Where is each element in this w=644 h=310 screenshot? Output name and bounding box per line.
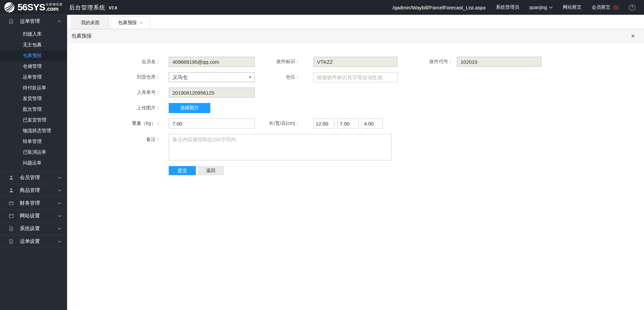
height-field[interactable] — [362, 118, 383, 128]
user-menu[interactable]: quanjing — [529, 5, 553, 10]
sidebar-section-system-settings: 系统设置 — [0, 222, 67, 235]
sidebar-item-system-settings[interactable]: 系统设置 — [0, 222, 67, 235]
tab-label: 我的桌面 — [81, 20, 100, 26]
sidebar-section-waybill-management: 运单管理扫描入库无主包裹包裹预报仓储管理运单管理待付款运单发货管理批次管理已发货… — [0, 15, 67, 171]
recipient-mark-field[interactable] — [313, 57, 397, 67]
site-messages-link[interactable]: 网站留言 — [563, 4, 582, 10]
document-icon — [9, 226, 14, 231]
inbound-number-field[interactable] — [169, 88, 255, 98]
sidebar-item-member-management[interactable]: 会员管理 — [0, 171, 67, 184]
sidebar-section-website-settings: 网站设置 — [0, 210, 67, 222]
sidebar-item-shipping-management[interactable]: 发货管理 — [0, 93, 67, 104]
user-role: 系统管理员 — [496, 4, 519, 10]
tab-parcel-forecast[interactable]: 包裹预报 × — [111, 16, 150, 29]
sidebar-item-label: 财务管理 — [20, 200, 40, 206]
panel-close-icon[interactable]: × — [631, 33, 635, 39]
help-icon[interactable]: ? — [629, 4, 635, 11]
user-icon — [9, 188, 14, 193]
panel-title: 包裹预报 — [71, 33, 92, 39]
sidebar-item-label: 运单管理 — [20, 18, 40, 24]
member-name-label: 会员名： — [67, 59, 169, 65]
arrival-warehouse-select[interactable]: 义乌仓 ▼ — [169, 72, 255, 82]
sidebar-item-finance-management[interactable]: 财务管理 — [0, 197, 67, 209]
logo: 56SYS 全景物流通 .com — [0, 2, 62, 13]
sidebar-section-finance-management: 财务管理 — [0, 197, 67, 210]
member-messages-label: 会员留言 — [592, 4, 610, 10]
brand-text: 56SYS — [17, 3, 45, 12]
document-icon — [9, 239, 14, 244]
sidebar-item-label: 网站设置 — [20, 213, 40, 219]
card-icon — [9, 201, 14, 206]
sidebar-nav: 运单管理扫描入库无主包裹包裹预报仓储管理运单管理待付款运单发货管理批次管理已发货… — [0, 15, 67, 310]
document-icon — [9, 19, 14, 24]
tab-close-icon[interactable]: × — [140, 20, 143, 25]
upload-image-label: 上传图片： — [67, 105, 169, 111]
arrival-warehouse-label: 到货仓库： — [67, 74, 169, 80]
inbound-number-label: 入库单号： — [67, 90, 169, 96]
sidebar-item-cancelled-waybill[interactable]: 已取消运单 — [0, 147, 67, 158]
member-messages-count: (5) — [613, 5, 619, 10]
sidebar-item-batch-management[interactable]: 批次管理 — [0, 104, 67, 115]
current-page-path: /qadmin/Waybill/ParcelForecast_List.aspx — [392, 5, 486, 10]
chevron-down-icon — [58, 227, 61, 230]
remark-label: 备注： — [67, 134, 169, 143]
sidebar-section-waybill-settings: 运单设置 — [0, 235, 67, 248]
dimensions-label: 长/宽/高(cm)： — [255, 120, 313, 126]
sidebar-item-product-management[interactable]: 商品管理 — [0, 184, 67, 197]
sidebar-section-member-management: 会员管理 — [0, 171, 67, 184]
sidebar-item-waybill-management[interactable]: 运单管理 — [0, 15, 67, 28]
tab-bar: 我的桌面 包裹预报 × — [67, 15, 644, 29]
recipient-code-label: 收件代号： — [397, 59, 457, 65]
sidebar-item-label: 运单设置 — [20, 238, 40, 245]
tab-label: 包裹预报 — [118, 20, 137, 26]
width-field[interactable] — [337, 118, 359, 128]
username: quanjing — [529, 5, 547, 10]
sidebar-submenu-waybill-management: 扫描入库无主包裹包裹预报仓储管理运单管理待付款运单发货管理批次管理已发货管理物流… — [0, 28, 67, 171]
sidebar-item-label: 商品管理 — [20, 187, 40, 194]
brand-tld: .com — [46, 6, 58, 12]
weight-field[interactable] — [169, 118, 255, 128]
window-icon — [9, 213, 14, 219]
tab-my-desktop[interactable]: 我的桌面 — [71, 16, 109, 29]
remark-textarea[interactable] — [169, 134, 392, 160]
submit-button[interactable]: 提交 — [169, 166, 196, 175]
member-name-field[interactable] — [169, 57, 255, 67]
sidebar-item-warehouse-storage[interactable]: 仓储管理 — [0, 61, 67, 72]
parcel-forecast-form: 会员名： 收件标识： 收件代号： 到货仓库： 义乌仓 ▼ 仓位： 入库单号： 上… — [67, 43, 644, 175]
warehouse-slot-label: 仓位： — [255, 74, 313, 80]
sidebar-section-product-management: 商品管理 — [0, 184, 67, 197]
top-header: 56SYS 全景物流通 .com 后台管理系统 V7.0 /qadmin/Way… — [0, 0, 644, 15]
sidebar-item-label: 会员管理 — [20, 174, 40, 181]
chevron-down-icon — [549, 6, 553, 9]
sidebar-item-website-settings[interactable]: 网站设置 — [0, 210, 67, 222]
sidebar-item-scan-inbound[interactable]: 扫描入库 — [0, 29, 67, 40]
weight-label: 重量（kg）： — [67, 120, 169, 126]
sidebar-item-parcel-forecast[interactable]: 包裹预报 — [0, 50, 67, 61]
sidebar-item-problem-waybill[interactable]: 问题运单 — [0, 158, 67, 168]
recipient-mark-label: 收件标识： — [255, 59, 313, 65]
sidebar-item-waybill-list[interactable]: 运单管理 — [0, 72, 67, 83]
warehouse-slot-field[interactable] — [313, 72, 397, 82]
member-messages-link[interactable]: 会员留言 (5) — [592, 4, 619, 10]
recipient-code-field[interactable] — [457, 57, 541, 67]
sidebar-item-pending-payment-waybill[interactable]: 待付款运单 — [0, 83, 67, 93]
arrival-warehouse-value: 义乌仓 — [172, 74, 187, 81]
sidebar-item-unclaimed-parcel[interactable]: 无主包裹 — [0, 40, 67, 50]
main-content: 我的桌面 包裹预报 × 包裹预报 × 会员名： 收件标识： 收件代号： 到货仓库… — [67, 15, 644, 310]
chevron-down-icon — [58, 176, 61, 179]
sidebar-item-waybill-settings[interactable]: 运单设置 — [0, 235, 67, 248]
length-field[interactable] — [313, 118, 334, 128]
logo-globe-icon — [4, 2, 15, 13]
sidebar-item-transfer-management[interactable]: 转单管理 — [0, 136, 67, 147]
back-button[interactable]: 返回 — [198, 166, 224, 175]
chevron-down-icon — [58, 240, 61, 243]
dropdown-caret-icon: ▼ — [249, 75, 252, 79]
chevron-up-icon — [58, 19, 61, 23]
app-version: V7.0 — [109, 6, 117, 10]
sidebar-item-shipped-management[interactable]: 已发货管理 — [0, 115, 67, 125]
chevron-down-icon — [58, 214, 61, 218]
choose-image-button[interactable]: 选择图片 — [169, 103, 210, 113]
panel-header: 包裹预报 × — [67, 29, 644, 43]
sidebar-item-logistics-status[interactable]: 物流状态管理 — [0, 125, 67, 136]
chevron-down-icon — [58, 189, 61, 192]
